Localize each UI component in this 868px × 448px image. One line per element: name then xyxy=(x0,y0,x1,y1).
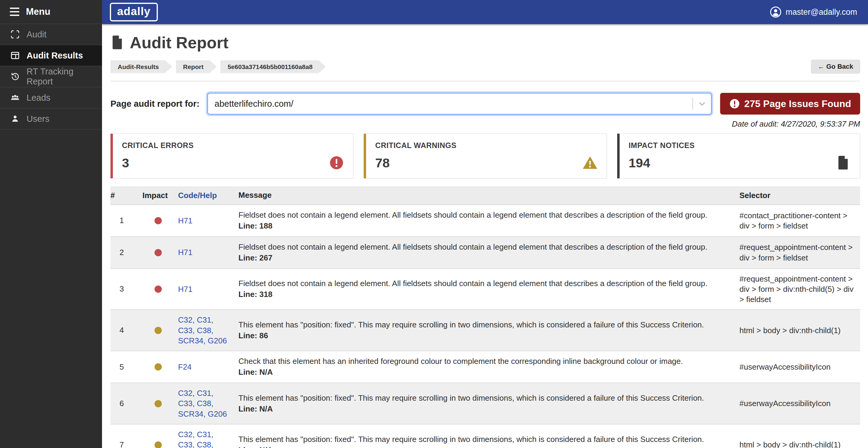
header-code-help: Code/Help xyxy=(178,190,239,201)
breadcrumb-item[interactable]: Audit-Results xyxy=(111,60,172,73)
table-row: 4C32, C31, C33, C38, SCR34, G206This ele… xyxy=(111,310,860,351)
row-number: 6 xyxy=(111,399,138,408)
issue-message: This element has "position: fixed". This… xyxy=(239,319,725,331)
sidebar-item-label: Audit Results xyxy=(27,50,83,61)
table-row: 1H71Fieldset does not contain a legend e… xyxy=(111,205,860,237)
issue-line: Line: 86 xyxy=(239,331,725,341)
sidebar-item-audit-results[interactable]: Audit Results xyxy=(0,45,102,66)
table-header: # Impact Code/Help Message Selector xyxy=(111,186,860,205)
issue-message: This element has "position: fixed". This… xyxy=(239,434,725,445)
issue-message: This element has "position: fixed". This… xyxy=(239,393,725,404)
issue-message: Fieldset does not contain a legend eleme… xyxy=(239,210,725,221)
user-email: master@adally.com xyxy=(785,7,857,17)
issue-selector: #request_appointment-content > div > for… xyxy=(739,242,860,263)
content: Audit Report Audit-ResultsReport5e603a37… xyxy=(102,24,868,448)
issue-line: Line: N/A xyxy=(239,404,725,415)
row-number: 5 xyxy=(111,363,138,372)
breadcrumb-item[interactable]: Report xyxy=(176,60,217,73)
header-impact: Impact xyxy=(138,191,178,200)
impact-dot xyxy=(155,217,162,224)
impact-dot xyxy=(155,285,162,293)
notice-file-icon xyxy=(836,155,851,170)
sidebar-item-leads[interactable]: Leads xyxy=(0,88,102,108)
chevron-down-icon xyxy=(697,99,707,108)
menu-label: Menu xyxy=(26,6,51,17)
impact-dot xyxy=(155,327,162,334)
issues-table: # Impact Code/Help Message Selector 1H71… xyxy=(111,186,860,448)
row-number: 7 xyxy=(111,440,138,448)
error-circle-icon xyxy=(329,155,344,170)
impact-dot xyxy=(155,400,162,407)
report-for-label: Page audit report for: xyxy=(111,99,199,109)
card-title: CRITICAL WARNINGS xyxy=(375,141,597,150)
code-links[interactable]: C32, C31, C33, C38, SCR34, G206 xyxy=(178,315,239,346)
avatar-icon xyxy=(770,6,781,18)
issue-selector: #userwayAccessibilityIcon xyxy=(739,398,860,409)
sidebar-nav: AuditAudit ResultsRT Tracking ReportLead… xyxy=(0,24,102,130)
table-row: 3H71Fieldset does not contain a legend e… xyxy=(111,269,860,310)
impact-dot xyxy=(155,441,162,448)
row-number: 2 xyxy=(111,248,138,257)
menu-button[interactable]: Menu xyxy=(0,0,102,24)
breadcrumb-item[interactable]: 5e603a37146b5b001160a8a8 xyxy=(220,60,326,73)
issue-message: Fieldset does not contain a legend eleme… xyxy=(239,242,725,253)
issue-selector: html > body > div:nth-child(1) xyxy=(739,325,860,336)
sidebar-item-rt-tracking-report[interactable]: RT Tracking Report xyxy=(0,66,102,88)
go-back-button[interactable]: ← Go Back xyxy=(811,60,860,74)
sidebar-item-label: RT Tracking Report xyxy=(27,67,102,87)
card-value: 3 xyxy=(122,156,129,170)
card-critical-warnings: CRITICAL WARNINGS78 xyxy=(364,134,607,178)
issue-line: Line: N/A xyxy=(239,445,725,448)
code-links[interactable]: H71 xyxy=(178,215,239,226)
issues-table-body: 1H71Fieldset does not contain a legend e… xyxy=(111,205,860,448)
card-title: IMPACT NOTICES xyxy=(629,141,851,150)
issue-selector: #contact_practitioner-content > div > fo… xyxy=(739,210,860,231)
code-links[interactable]: H71 xyxy=(178,284,239,294)
table-row: 2H71Fieldset does not contain a legend e… xyxy=(111,237,860,269)
sidebar-item-label: Users xyxy=(27,114,50,124)
issue-line: Line: N/A xyxy=(239,367,725,378)
impact-dot xyxy=(155,363,162,371)
header-message: Message xyxy=(239,190,739,201)
leads-people-icon xyxy=(10,93,20,103)
issue-selector: #userwayAccessibilityIcon xyxy=(739,362,860,372)
sidebar-item-label: Leads xyxy=(27,93,51,103)
issue-line: Line: 318 xyxy=(239,289,725,300)
card-impact-notices: IMPACT NOTICES194 xyxy=(617,134,860,178)
sidebar-item-label: Audit xyxy=(27,30,46,39)
select-divider xyxy=(692,98,693,110)
audit-results-icon xyxy=(10,50,20,60)
page-url-select[interactable]: abetterlifechiro.com/ xyxy=(207,93,712,114)
row-number: 1 xyxy=(111,216,138,225)
topbar: adally master@adally.com xyxy=(102,0,868,24)
card-title: CRITICAL ERRORS xyxy=(122,141,344,150)
divider xyxy=(111,81,860,81)
sidebar-item-users[interactable]: Users xyxy=(0,108,102,130)
selected-url: abetterlifechiro.com/ xyxy=(215,99,692,109)
code-links[interactable]: H71 xyxy=(178,247,239,257)
row-number: 4 xyxy=(111,325,138,335)
logo-text: adally xyxy=(117,5,151,18)
card-value: 78 xyxy=(375,156,390,170)
breadcrumb: Audit-ResultsReport5e603a37146b5b001160a… xyxy=(111,60,326,73)
issue-line: Line: 267 xyxy=(239,253,725,264)
issue-message: Fieldset does not contain a legend eleme… xyxy=(239,278,725,289)
audit-icon xyxy=(10,30,20,39)
card-critical-errors: CRITICAL ERRORS3 xyxy=(111,134,353,178)
sidebar: Menu AuditAudit ResultsRT Tracking Repor… xyxy=(0,0,102,448)
user-account[interactable]: master@adally.com xyxy=(770,6,857,18)
code-links[interactable]: C32, C31, C33, C38, SCR34, G206 xyxy=(178,388,239,419)
exclamation-circle-icon xyxy=(729,98,740,109)
issue-selector: #request_appointment-content > div > for… xyxy=(739,274,860,305)
sidebar-item-audit[interactable]: Audit xyxy=(0,24,102,45)
code-links[interactable]: C32, C31, C33, C38, SCR34, G206 xyxy=(178,429,239,448)
code-links[interactable]: F24 xyxy=(178,362,239,372)
issues-found-badge: 275 Page Issues Found xyxy=(720,93,860,114)
warning-triangle-icon xyxy=(583,155,597,170)
logo[interactable]: adally xyxy=(110,3,158,22)
hamburger-icon xyxy=(10,7,20,16)
header-selector: Selector xyxy=(739,190,860,201)
issues-found-text: 275 Page Issues Found xyxy=(744,98,851,109)
header-number: # xyxy=(111,191,138,200)
issue-selector: html > body > div:nth-child(1) xyxy=(739,440,860,448)
